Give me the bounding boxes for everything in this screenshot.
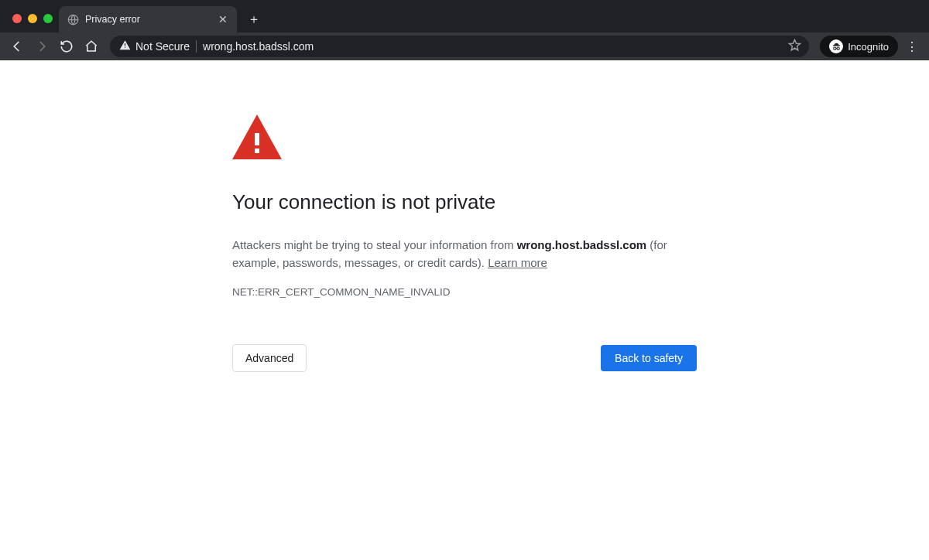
- incognito-icon: [829, 39, 843, 53]
- advanced-button[interactable]: Advanced: [232, 344, 307, 372]
- home-button[interactable]: [81, 36, 102, 57]
- not-secure-label: Not Secure: [135, 40, 190, 53]
- window-zoom-button[interactable]: [43, 14, 53, 23]
- incognito-label: Incognito: [848, 41, 889, 53]
- back-to-safety-button[interactable]: Back to safety: [601, 345, 697, 371]
- button-row: Advanced Back to safety: [232, 344, 697, 372]
- window-close-button[interactable]: [12, 14, 22, 23]
- error-code: NET::ERR_CERT_COMMON_NAME_INVALID: [232, 286, 697, 298]
- toolbar: Not Secure wrong.host.badssl.com Incogni…: [0, 32, 929, 60]
- warning-body-prefix: Attackers might be trying to steal your …: [232, 238, 517, 251]
- page-content: Your connection is not private Attackers…: [0, 60, 929, 372]
- back-button[interactable]: [6, 36, 28, 57]
- incognito-indicator[interactable]: Incognito: [820, 36, 898, 57]
- svg-point-2: [837, 47, 839, 50]
- browser-chrome: Privacy error ✕ ＋ Not Secure wrong.host.: [0, 0, 929, 60]
- address-bar[interactable]: Not Secure wrong.host.badssl.com: [110, 36, 809, 57]
- learn-more-link[interactable]: Learn more: [488, 256, 547, 269]
- url-text: wrong.host.badssl.com: [203, 40, 782, 53]
- new-tab-button[interactable]: ＋: [243, 9, 265, 30]
- window-controls: [6, 14, 59, 32]
- reload-button[interactable]: [56, 36, 77, 57]
- warning-headline: Your connection is not private: [232, 190, 697, 214]
- ssl-warning-icon: [232, 114, 697, 162]
- tab-close-button[interactable]: ✕: [217, 13, 229, 26]
- warning-body-host: wrong.host.badssl.com: [517, 238, 647, 251]
- svg-rect-4: [255, 149, 259, 153]
- browser-menu-button[interactable]: ⋮: [901, 39, 923, 54]
- omnibox-separator: [196, 40, 197, 53]
- warning-triangle-icon: [119, 39, 131, 53]
- tab-title: Privacy error: [85, 14, 211, 25]
- svg-point-1: [833, 47, 835, 50]
- bookmark-star-icon[interactable]: [788, 39, 801, 54]
- forward-button[interactable]: [31, 36, 53, 57]
- globe-icon: [67, 13, 79, 26]
- tabstrip: Privacy error ✕ ＋: [0, 0, 929, 32]
- browser-tab[interactable]: Privacy error ✕: [59, 6, 237, 32]
- security-indicator[interactable]: Not Secure: [119, 39, 190, 53]
- window-minimize-button[interactable]: [28, 14, 37, 23]
- warning-body: Attackers might be trying to steal your …: [232, 236, 697, 272]
- svg-rect-3: [255, 133, 259, 145]
